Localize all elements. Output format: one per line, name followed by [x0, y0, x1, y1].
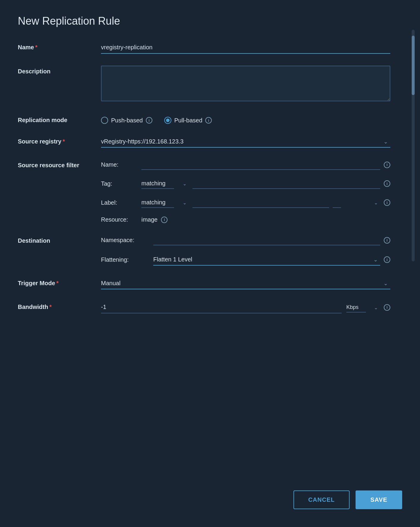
scrollbar-thumb — [412, 36, 415, 95]
filter-grid: Name: i Tag: matching — [101, 160, 390, 223]
replication-mode-row: Replication mode Push-based i Pull-based… — [18, 114, 390, 124]
dest-namespace-row: Namespace: i — [101, 235, 390, 245]
filter-resource-label: Resource: — [101, 216, 137, 223]
trigger-mode-required: * — [56, 280, 59, 286]
filter-tag-info-icon[interactable]: i — [384, 180, 390, 187]
filter-label-info-icon[interactable]: i — [384, 199, 390, 206]
filter-tag-row: Tag: matching i — [101, 178, 390, 189]
dest-flattening-info-icon[interactable]: i — [384, 256, 390, 263]
source-resource-filter-row: Source resource filter Name: i Tag: — [18, 160, 390, 223]
bandwidth-row: Bandwidth* Kbps i — [18, 301, 390, 313]
filter-label-label: Label: — [101, 199, 137, 206]
source-resource-filter-control: Name: i Tag: matching — [101, 160, 390, 223]
dest-grid: Namespace: i Flattening: Flatten 1 L — [101, 235, 390, 266]
destination-label: Destination — [18, 235, 101, 244]
form-content: Name* Description Replication mode Push-… — [18, 42, 402, 473]
filter-tag-select[interactable]: matching — [141, 178, 174, 189]
filter-name-label: Name: — [101, 161, 137, 168]
button-row: CANCEL SAVE — [18, 473, 402, 509]
filter-resource-value: image — [141, 216, 157, 223]
filter-tag-control: matching i — [141, 178, 390, 189]
bandwidth-input-group: Kbps i — [101, 301, 390, 313]
dest-flattening-label: Flattening: — [101, 256, 149, 263]
name-input[interactable] — [101, 42, 390, 54]
replication-mode-label: Replication mode — [18, 114, 101, 124]
filter-label-select[interactable]: matching — [141, 197, 174, 208]
scrollbar[interactable] — [412, 30, 415, 261]
filter-label-second-select[interactable] — [333, 197, 341, 208]
filter-tag-input[interactable] — [192, 179, 380, 189]
filter-name-input[interactable] — [141, 160, 380, 170]
filter-resource-control: image i — [141, 216, 390, 223]
trigger-mode-select-wrapper: Manual — [101, 277, 390, 289]
push-based-label: Push-based — [111, 117, 143, 124]
name-required: * — [35, 44, 37, 51]
filter-tag-select-wrapper: matching — [141, 178, 189, 189]
source-registry-row: Source registry* vRegistry-https://192.1… — [18, 136, 390, 148]
filter-label-text-input[interactable] — [192, 198, 329, 208]
source-registry-control: vRegistry-https://192.168.123.3 — [101, 136, 390, 148]
name-control — [101, 42, 390, 54]
bandwidth-control: Kbps i — [101, 301, 390, 313]
source-registry-required: * — [63, 138, 65, 145]
filter-label-second-select-wrapper — [333, 197, 380, 208]
push-based-radio[interactable] — [101, 117, 108, 124]
trigger-mode-select[interactable]: Manual — [101, 277, 390, 289]
filter-label-control: matching i — [141, 197, 390, 208]
filter-name-info-icon[interactable]: i — [384, 162, 390, 168]
page-container: New Replication Rule Name* Description R… — [0, 0, 420, 527]
filter-tag-label: Tag: — [101, 180, 137, 187]
destination-row: Destination Namespace: i Flattening: — [18, 235, 390, 266]
bandwidth-input[interactable] — [101, 301, 342, 313]
replication-mode-control: Push-based i Pull-based i — [101, 114, 390, 124]
radio-group: Push-based i Pull-based i — [101, 114, 390, 124]
description-control — [101, 66, 390, 102]
filter-label-select-wrapper: matching — [141, 197, 189, 208]
source-registry-select-wrapper: vRegistry-https://192.168.123.3 — [101, 136, 390, 148]
description-label: Description — [18, 66, 101, 75]
pull-based-radio[interactable] — [164, 117, 171, 124]
filter-label-row: Label: matching — [101, 197, 390, 208]
dest-flattening-control: Flatten 1 Level i — [153, 254, 390, 266]
source-resource-filter-label: Source resource filter — [18, 160, 101, 169]
name-row: Name* — [18, 42, 390, 54]
trigger-mode-control: Manual — [101, 277, 390, 289]
save-button[interactable]: SAVE — [356, 490, 402, 509]
dest-flattening-row: Flattening: Flatten 1 Level i — [101, 254, 390, 266]
push-based-option[interactable]: Push-based i — [101, 117, 152, 124]
dest-flattening-select[interactable]: Flatten 1 Level — [153, 254, 380, 266]
filter-resource-info-icon[interactable]: i — [161, 217, 168, 223]
filter-name-control: i — [141, 160, 390, 170]
dest-namespace-control: i — [153, 235, 390, 245]
dest-flattening-select-wrapper: Flatten 1 Level — [153, 254, 380, 266]
dest-namespace-info-icon[interactable]: i — [384, 237, 390, 244]
page-title: New Replication Rule — [18, 15, 402, 27]
trigger-mode-label: Trigger Mode* — [18, 277, 101, 287]
dest-namespace-label: Namespace: — [101, 237, 149, 244]
cancel-button[interactable]: CANCEL — [293, 490, 350, 509]
source-registry-label: Source registry* — [18, 136, 101, 145]
source-registry-select[interactable]: vRegistry-https://192.168.123.3 — [101, 136, 390, 148]
bandwidth-info-icon[interactable]: i — [384, 304, 390, 311]
description-textarea[interactable] — [101, 66, 390, 101]
bandwidth-unit-select[interactable]: Kbps — [346, 302, 366, 313]
bandwidth-unit-select-wrapper: Kbps — [346, 302, 379, 313]
push-based-info-icon[interactable]: i — [146, 117, 152, 124]
pull-based-option[interactable]: Pull-based i — [164, 117, 212, 124]
destination-control: Namespace: i Flattening: Flatten 1 L — [101, 235, 390, 266]
bandwidth-required: * — [49, 304, 52, 310]
description-row: Description — [18, 66, 390, 102]
pull-based-label: Pull-based — [174, 117, 203, 124]
trigger-mode-row: Trigger Mode* Manual — [18, 277, 390, 289]
dest-namespace-input[interactable] — [153, 235, 380, 245]
name-label: Name* — [18, 42, 101, 51]
filter-name-row: Name: i — [101, 160, 390, 170]
pull-based-info-icon[interactable]: i — [205, 117, 212, 124]
filter-resource-row: Resource: image i — [101, 216, 390, 223]
bandwidth-label: Bandwidth* — [18, 301, 101, 310]
